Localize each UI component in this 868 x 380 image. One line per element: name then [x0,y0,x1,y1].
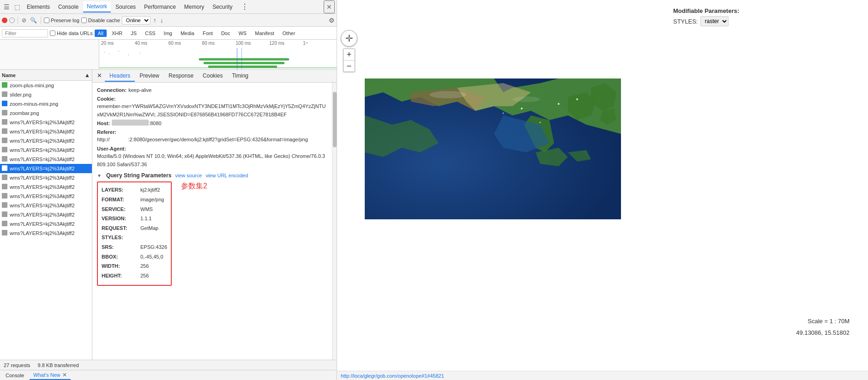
styles-row: STYLES: raster [673,16,739,26]
view-source-link[interactable]: view source [175,173,202,178]
filter-type-font[interactable]: Font [199,30,216,37]
filter-type-media[interactable]: Media [177,30,198,37]
file-item-10[interactable]: wms?LAYERS=kj2%3Akjtiff2 [0,173,92,182]
file-item-12[interactable]: wms?LAYERS=kj2%3Akjtiff2 [0,192,92,201]
file-list-header: Name ▲ [0,70,92,81]
file-list-scroll-up[interactable]: ▲ [84,72,90,78]
file-name: wms?LAYERS=kj2%3Akjtiff2 [10,184,75,190]
view-url-encoded-link[interactable]: view URL encoded [205,173,248,178]
param-value-service: WMS [140,205,153,214]
tab-more[interactable]: ⋮ [237,0,252,13]
detail-tab-preview[interactable]: Preview [135,71,164,82]
import-icon[interactable]: ↑ [152,16,157,25]
filter-type-css[interactable]: CSS [142,30,159,37]
file-item-7[interactable]: wms?LAYERS=kj2%3Akjtiff2 [0,145,92,155]
filter-type-manifest[interactable]: Manifest [252,30,277,37]
disable-cache-checkbox[interactable] [81,18,87,23]
referer-label: Referer: [97,128,326,136]
query-param-srs: SRS: EPSG:4326 [102,243,167,252]
tab-memory[interactable]: Memory [181,2,208,12]
file-list-scroll[interactable]: zoom-plus-mini.png slider.png zoom-minus… [0,81,92,360]
file-type-icon [2,211,7,217]
tab-sources[interactable]: Sources [112,2,139,12]
devtools-toggle-btn[interactable]: ☰ [2,2,12,12]
file-name: zoom-minus-mini.png [10,101,58,107]
tab-network[interactable]: Network [83,1,111,12]
detail-tab-cookies[interactable]: Cookies [198,71,227,82]
file-item-1[interactable]: slider.png [0,90,92,99]
file-item-14[interactable]: wms?LAYERS=kj2%3Akjtiff2 [0,210,92,219]
map-image[interactable] [365,78,621,219]
request-count: 27 requests [4,362,30,368]
filter-type-ws[interactable]: WS [235,30,250,37]
file-item-2[interactable]: zoom-minus-mini.png [0,99,92,109]
filter-icon[interactable]: ⊘ [21,16,27,24]
stop-button[interactable] [9,18,15,23]
hide-data-urls-checkbox[interactable] [50,30,55,36]
settings-icon[interactable]: ⚙ [329,17,335,24]
map-pan-icon[interactable]: ✛ [341,30,357,47]
file-item-5[interactable]: wms?LAYERS=kj2%3Akjtiff2 [0,127,92,136]
record-button[interactable] [2,18,7,23]
file-item-9[interactable]: wms?LAYERS=kj2%3Akjtiff2 [0,164,92,173]
tab-console[interactable]: Console [54,2,82,12]
detail-tab-headers[interactable]: Headers [105,71,135,82]
timeline-chart: 20 ms 40 ms 60 ms 80 ms 100 ms 120 ms 1~ [0,40,337,70]
filter-type-js[interactable]: JS [127,30,140,37]
file-item-16[interactable]: wms?LAYERS=kj2%3Akjtiff2 [0,229,92,238]
file-item-4[interactable]: wms?LAYERS=kj2%3Akjtiff2 [0,118,92,127]
network-main: Name ▲ zoom-plus-mini.png slider.png zoo… [0,70,337,360]
tab-performance[interactable]: Performance [140,2,180,12]
file-type-icon [2,91,7,97]
file-item-13[interactable]: wms?LAYERS=kj2%3Akjtiff2 [0,201,92,210]
detail-tab-response[interactable]: Response [164,71,198,82]
param-value-layers: kj2:kjtiff2 [140,186,160,194]
search-icon[interactable]: 🔍 [29,16,38,24]
devtools-close-btn[interactable]: ✕ [324,0,335,13]
file-item-0[interactable]: zoom-plus-mini.png [0,81,92,90]
detail-tab-close-x[interactable]: ✕ [94,70,105,82]
styles-select[interactable]: raster [700,16,729,26]
whats-new-close-icon[interactable]: ✕ [62,372,67,378]
scrollbar-thumb [333,92,337,147]
file-type-icon [2,82,7,88]
file-name: wms?LAYERS=kj2%3Akjtiff2 [10,212,75,217]
file-item-6[interactable]: wms?LAYERS=kj2%3Akjtiff2 [0,136,92,145]
file-name: wms?LAYERS=kj2%3Akjtiff2 [10,120,75,125]
request-detail: ✕ Headers Preview Response Cookies Timin… [92,70,337,360]
filter-input[interactable] [2,29,48,37]
filter-type-doc[interactable]: Doc [218,30,234,37]
export-icon[interactable]: ↓ [159,16,164,25]
devtools-inspect-btn[interactable]: ⬚ [12,2,22,12]
file-type-icon [2,165,7,171]
filter-type-img[interactable]: Img [161,30,175,37]
file-item-8[interactable]: wms?LAYERS=kj2%3Akjtiff2 [0,155,92,164]
param-value-bbox: 0,-45,45,0 [140,253,163,261]
detail-scrollbar[interactable] [332,83,337,360]
query-expand-icon[interactable]: ▼ [97,173,102,178]
referer-header: Referer: http://:2:8080/geoserver/gwc/de… [97,128,327,144]
svg-point-2 [512,97,540,102]
tab-elements[interactable]: Elements [23,2,54,12]
throttle-select[interactable]: Online [122,16,151,24]
query-section-title[interactable]: Query String Parameters [106,172,171,179]
bottom-tab-console[interactable]: Console [2,372,28,379]
query-params-container: LAYERS: kj2:kjtiff2 FORMAT: image/png SE… [97,181,327,286]
file-type-icon [2,110,7,115]
preserve-log-checkbox[interactable] [44,18,49,23]
file-name: wms?LAYERS=kj2%3Akjtiff2 [10,221,75,227]
modifiable-params: Modifiable Parameters: STYLES: raster [669,4,743,30]
file-item-15[interactable]: wms?LAYERS=kj2%3Akjtiff2 [0,219,92,229]
filter-type-other[interactable]: Other [279,30,299,37]
file-item-3[interactable]: zoombar.png [0,109,92,118]
zoom-in-button[interactable]: + [344,49,355,60]
tab-security[interactable]: Security [209,2,236,12]
console-tab-label: Console [6,373,24,378]
file-item-11[interactable]: wms?LAYERS=kj2%3Akjtiff2 [0,182,92,192]
file-list: Name ▲ zoom-plus-mini.png slider.png zoo… [0,70,92,360]
filter-type-all[interactable]: All [95,30,107,37]
detail-tab-timing[interactable]: Timing [227,71,253,82]
bottom-tab-whats-new[interactable]: What's New ✕ [30,371,70,380]
filter-type-xhr[interactable]: XHR [108,30,126,37]
zoom-out-button[interactable]: − [344,60,355,72]
